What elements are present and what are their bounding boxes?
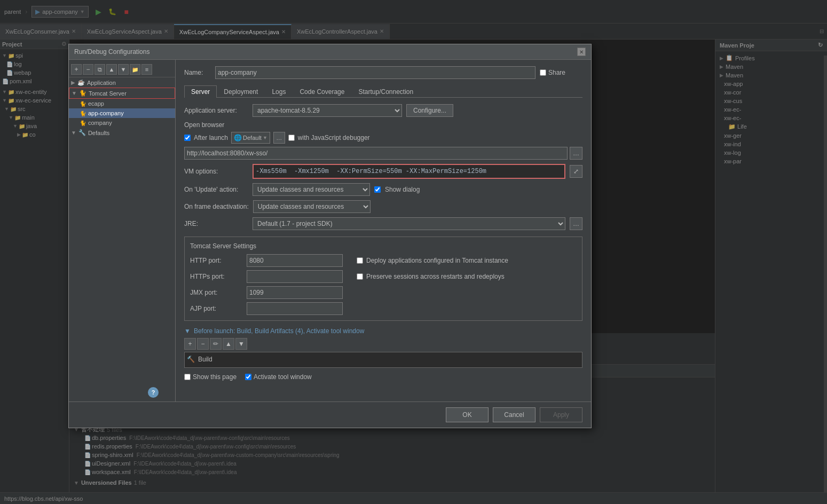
- jmx-port-label: JMX port:: [190, 289, 243, 296]
- on-update-label: On 'Update' action:: [184, 186, 248, 193]
- bottom-options: Show this page Activate tool window: [184, 373, 582, 381]
- move-down-button[interactable]: ▼: [118, 64, 129, 75]
- tab-server[interactable]: Server: [184, 85, 217, 98]
- modal-config-panel: Name: Share Server Deployment: [176, 60, 591, 401]
- launch-remove-button[interactable]: −: [197, 338, 209, 350]
- add-config-button[interactable]: +: [71, 64, 82, 75]
- tab-label: Code Coverage: [300, 88, 344, 96]
- jre-label: JRE:: [184, 220, 248, 227]
- browser-dropdown-arrow: ▼: [263, 135, 267, 140]
- tree-application[interactable]: ▶ ☕ Application: [69, 77, 175, 88]
- before-launch-label: Before launch: Build, Build Artifacts (4…: [194, 327, 365, 335]
- tree-company[interactable]: 🐈 company: [69, 118, 175, 128]
- sort-button[interactable]: ≡: [141, 64, 152, 75]
- tree-item-label: Application: [87, 80, 116, 86]
- launch-add-button[interactable]: +: [184, 338, 196, 350]
- deploy-apps-label: Deploy applications configured in Tomcat…: [366, 257, 508, 264]
- show-dialog-checkbox[interactable]: [374, 186, 381, 193]
- launch-toolbar: + − ✏ ▲ ▼: [184, 338, 582, 350]
- remove-config-button[interactable]: −: [83, 64, 93, 75]
- before-launch-header[interactable]: ▼ Before launch: Build, Build Artifacts …: [184, 327, 582, 335]
- tree-app-company[interactable]: 🐈 app-company: [69, 108, 175, 118]
- tomcat-settings-title: Tomcat Server Settings: [190, 242, 577, 250]
- close-button[interactable]: ✕: [577, 48, 586, 56]
- activate-tool-window-row: Activate tool window: [245, 373, 312, 381]
- show-page-row: Show this page: [184, 373, 237, 381]
- deploy-apps-row: Deploy applications configured in Tomcat…: [357, 257, 577, 264]
- tomcat-icon: 🐈: [80, 101, 86, 107]
- jre-row: JRE: Default (1.7 - project SDK) …: [184, 217, 582, 230]
- ok-button[interactable]: OK: [446, 407, 489, 422]
- app-server-row: Application server: apache-tomcat-8.5.29…: [184, 104, 582, 117]
- show-page-checkbox[interactable]: [184, 374, 191, 380]
- open-browser-label: Open browser: [184, 121, 582, 129]
- tree-tomcat-server[interactable]: ▼ 🐈 Name: Tomcat Server: [69, 88, 175, 99]
- launch-down-button[interactable]: ▼: [235, 338, 247, 350]
- url-row: …: [184, 147, 582, 160]
- url-input[interactable]: [184, 147, 568, 160]
- move-up-button[interactable]: ▲: [106, 64, 117, 75]
- browser-more-button[interactable]: …: [273, 132, 285, 144]
- tab-label: Startup/Connection: [358, 88, 413, 96]
- tab-logs[interactable]: Logs: [265, 85, 293, 98]
- app-server-select[interactable]: apache-tomcat-8.5.29: [253, 104, 402, 117]
- tab-label: Deployment: [224, 88, 258, 96]
- http-port-input[interactable]: [247, 254, 343, 267]
- activate-tool-window-checkbox[interactable]: [245, 374, 251, 380]
- name-label: Name:: [184, 69, 211, 76]
- browser-selector[interactable]: 🌐 Default ▼: [231, 132, 270, 144]
- jmx-port-input[interactable]: [247, 286, 343, 299]
- tomcat-settings-box: Tomcat Server Settings HTTP port: Deploy…: [184, 237, 582, 321]
- on-deactivation-select[interactable]: Update classes and resources: [253, 200, 371, 213]
- launch-up-button[interactable]: ▲: [223, 338, 234, 350]
- expand-icon: ▶: [71, 80, 75, 85]
- modal-overlay: Run/Debug Configurations ✕ + − ⧉ ▲ ▼ 📁 ≡: [0, 0, 827, 504]
- tree-ecapp[interactable]: 🐈 ecapp: [69, 99, 175, 108]
- https-port-label: HTTPs port:: [190, 273, 243, 280]
- build-icon: 🔨: [187, 356, 195, 363]
- on-deactivation-row: On frame deactivation: Update classes an…: [184, 200, 582, 213]
- folder-button[interactable]: 📁: [130, 64, 140, 75]
- tab-code-coverage[interactable]: Code Coverage: [293, 85, 351, 98]
- browser-value: Default: [243, 135, 262, 141]
- jre-more-button[interactable]: …: [570, 217, 582, 230]
- copy-config-button[interactable]: ⧉: [94, 64, 105, 75]
- tab-label: Server: [191, 88, 210, 96]
- modal-body: + − ⧉ ▲ ▼ 📁 ≡ ▶ ☕ Application ▼ 🐈: [69, 60, 591, 401]
- open-browser-section: Open browser After launch 🌐 Default ▼ … …: [184, 121, 582, 160]
- config-tabs: Server Deployment Logs Code Coverage Sta…: [184, 85, 582, 98]
- name-input[interactable]: [215, 66, 535, 79]
- js-debugger-checkbox[interactable]: [288, 135, 295, 141]
- after-launch-checkbox[interactable]: [184, 135, 191, 141]
- launch-edit-button[interactable]: ✏: [210, 338, 222, 350]
- tree-item-label: Defaults: [88, 130, 109, 136]
- expand-icon: ▼: [71, 130, 76, 136]
- configure-button[interactable]: Configure...: [406, 104, 453, 117]
- vm-options-input[interactable]: [253, 164, 565, 179]
- url-more-button[interactable]: …: [570, 147, 582, 160]
- expand-icon: ▼: [72, 90, 77, 96]
- ajp-port-input[interactable]: [247, 302, 343, 315]
- share-checkbox[interactable]: [540, 69, 546, 76]
- after-launch-label: After launch: [194, 134, 228, 141]
- activate-tool-window-label: Activate tool window: [254, 373, 312, 381]
- apply-button[interactable]: Apply: [540, 407, 582, 422]
- defaults-icon: 🔧: [78, 129, 86, 136]
- collapse-icon: ▼: [184, 327, 191, 335]
- before-launch-section: ▼ Before launch: Build, Build Artifacts …: [184, 327, 582, 368]
- jre-select[interactable]: Default (1.7 - project SDK): [253, 217, 565, 230]
- tab-startup-connection[interactable]: Startup/Connection: [351, 85, 420, 98]
- cancel-button[interactable]: Cancel: [493, 407, 535, 422]
- ajp-port-label: AJP port:: [190, 305, 243, 312]
- preserve-sessions-label: Preserve sessions across restarts and re…: [366, 273, 505, 280]
- vm-expand-button[interactable]: ⤢: [570, 165, 582, 178]
- tomcat-icon: 🐈: [80, 111, 86, 116]
- browser-icon: 🌐: [234, 134, 242, 141]
- tree-defaults[interactable]: ▼ 🔧 Defaults: [69, 128, 175, 138]
- deploy-apps-checkbox[interactable]: [357, 257, 363, 264]
- on-update-select[interactable]: Update classes and resources: [253, 183, 370, 196]
- preserve-sessions-checkbox[interactable]: [357, 273, 363, 280]
- tab-deployment[interactable]: Deployment: [217, 85, 265, 98]
- https-port-input[interactable]: [247, 270, 343, 283]
- launch-item-build[interactable]: 🔨 Build: [187, 355, 580, 364]
